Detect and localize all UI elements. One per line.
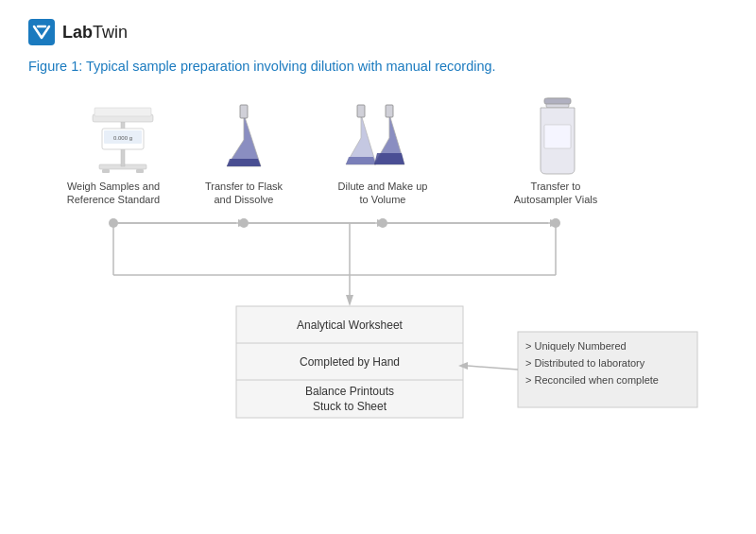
svg-text:Weigh Samples and: Weigh Samples and [67, 181, 160, 192]
svg-rect-9 [136, 169, 144, 173]
svg-text:Dilute and Make up: Dilute and Make up [338, 181, 428, 192]
svg-text:Autosampler Vials: Autosampler Vials [514, 194, 598, 205]
svg-text:Balance Printouts: Balance Printouts [305, 385, 394, 398]
svg-rect-14 [544, 98, 571, 104]
page-container: LabTwin Figure 1: Typical sample prepara… [0, 0, 756, 534]
svg-text:to Volume: to Volume [360, 194, 406, 205]
figure-title: Figure 1: Typical sample preparation inv… [28, 59, 728, 74]
svg-rect-15 [544, 125, 571, 148]
diagram-svg: 0.000 g [28, 91, 728, 450]
svg-rect-11 [357, 105, 365, 117]
svg-rect-12 [386, 105, 393, 117]
svg-line-52 [468, 366, 518, 370]
svg-marker-40 [346, 295, 353, 306]
svg-text:Transfer to: Transfer to [531, 181, 581, 192]
header: LabTwin [28, 19, 728, 45]
svg-text:0.000 g: 0.000 g [113, 135, 132, 141]
svg-rect-10 [240, 105, 248, 118]
svg-text:Stuck to Sheet: Stuck to Sheet [313, 400, 387, 413]
svg-rect-4 [94, 108, 151, 116]
svg-text:> Reconciled when complete: > Reconciled when complete [525, 374, 659, 386]
svg-text:> Uniquely Numbered: > Uniquely Numbered [525, 340, 627, 352]
svg-text:Transfer to Flask: Transfer to Flask [205, 181, 284, 192]
svg-text:Analytical Worksheet: Analytical Worksheet [297, 319, 403, 332]
svg-text:> Distributed to laboratory: > Distributed to laboratory [525, 357, 645, 369]
svg-text:Completed by Hand: Completed by Hand [300, 355, 400, 369]
labtwin-logo-icon [28, 19, 55, 45]
svg-text:Reference Standard: Reference Standard [67, 194, 160, 205]
svg-text:and Dissolve: and Dissolve [215, 194, 274, 205]
svg-rect-0 [28, 19, 55, 45]
logo-text: LabTwin [62, 23, 128, 43]
svg-rect-8 [102, 169, 110, 173]
